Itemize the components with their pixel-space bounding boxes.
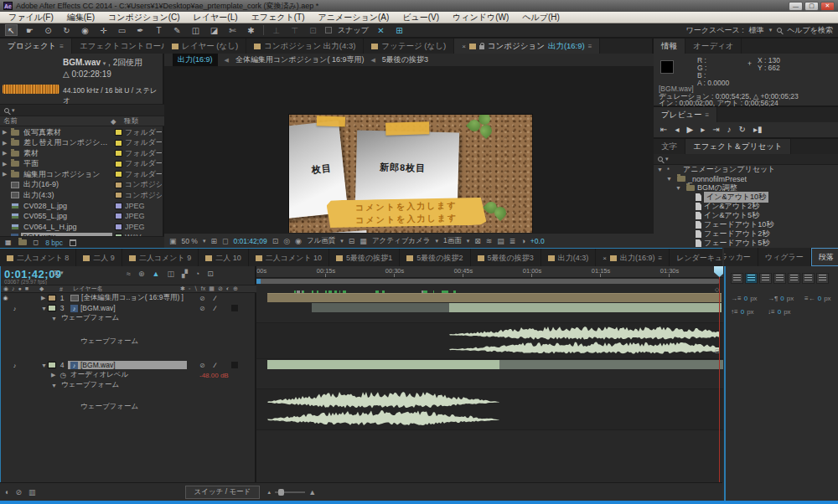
timeline-search[interactable]: ▾ bbox=[53, 270, 64, 276]
interpret-footage-icon[interactable]: ▦ bbox=[5, 239, 12, 246]
collapse-switch[interactable]: ⊘ bbox=[199, 362, 205, 369]
spacing-field[interactable]: ↑≡ 0 px bbox=[731, 308, 766, 316]
property-label[interactable]: オーディオレベル bbox=[70, 370, 128, 380]
layer-bar-bgm4-tail[interactable] bbox=[499, 360, 723, 369]
indent-value[interactable]: 0 bbox=[744, 295, 747, 302]
exposure-reset-icon[interactable]: ◑ bbox=[520, 237, 525, 245]
help-search-label[interactable]: ヘルプを検索 bbox=[787, 25, 833, 36]
expander-icon[interactable]: ▼ bbox=[666, 176, 672, 182]
expander-icon[interactable]: ▶ bbox=[3, 140, 8, 147]
timeline-view-icon[interactable]: ▲ bbox=[153, 270, 160, 278]
menu-item[interactable]: ウィンドウ(W) bbox=[453, 12, 509, 23]
zoom-handle[interactable] bbox=[278, 489, 284, 496]
mask-visibility-icon[interactable]: ◻ bbox=[222, 237, 228, 245]
spacing-field[interactable]: ↓≡ 0 px bbox=[768, 308, 803, 316]
zoom-in-mountain-icon[interactable]: ▲ bbox=[308, 488, 316, 496]
stopwatch-icon[interactable]: ◷ bbox=[59, 371, 65, 379]
align-button[interactable] bbox=[773, 273, 786, 284]
layer-bar-comp[interactable] bbox=[267, 293, 722, 302]
project-bit-depth[interactable]: 8 bpc bbox=[45, 239, 63, 247]
spacing-value[interactable]: 0 bbox=[741, 308, 744, 316]
transparency-grid-icon[interactable]: ▦ bbox=[360, 237, 367, 245]
region-of-interest-icon[interactable]: ▣ bbox=[169, 237, 177, 245]
label-color-chip[interactable] bbox=[115, 224, 122, 230]
indent-field[interactable]: ≡← 0 px bbox=[804, 295, 838, 302]
collapse-switch[interactable]: ⊘ bbox=[199, 305, 205, 312]
timeline-tab[interactable]: × 出力(16:9) ≡ bbox=[596, 249, 670, 266]
label-color-chip[interactable] bbox=[115, 171, 122, 177]
transport-button[interactable]: ⇥ bbox=[712, 125, 719, 134]
label-color-chip[interactable] bbox=[115, 129, 122, 136]
layer-color-chip[interactable] bbox=[48, 305, 56, 311]
align-button[interactable] bbox=[802, 273, 815, 284]
preset-tree-item[interactable]: ▼ _nonnofilmPreset bbox=[654, 174, 838, 183]
timeline-footer-icon[interactable]: ◖ bbox=[4, 488, 8, 496]
transport-button[interactable]: ⇤ bbox=[660, 125, 667, 134]
timeline-view-icon[interactable]: ⊛ bbox=[138, 270, 145, 278]
viewer-tab-active[interactable]: × コンポジション 出力(16:9) ≡ bbox=[454, 39, 600, 54]
switch-column-icon[interactable]: ◐ bbox=[226, 285, 230, 292]
work-area-bar[interactable] bbox=[256, 279, 720, 284]
project-search[interactable]: ▾ bbox=[0, 104, 164, 116]
expander-icon[interactable]: ▼ bbox=[38, 363, 48, 368]
minimize-button[interactable]: — bbox=[789, 2, 803, 11]
preset-tree-item[interactable]: ▼ ＊ アニメーションプリセット bbox=[654, 165, 838, 174]
property-label[interactable]: ウェーブフォーム bbox=[61, 313, 119, 323]
timeline-tab[interactable]: × 二人コメント 10 ≡ bbox=[249, 249, 329, 266]
type-column-header[interactable]: 種類 bbox=[124, 116, 161, 126]
viewer-timecode[interactable]: 0:01:42;09 bbox=[233, 237, 266, 245]
viewer-tab[interactable]: コンポジション 出力(4:3) bbox=[246, 39, 364, 54]
close-icon[interactable]: × bbox=[603, 255, 607, 262]
menu-item[interactable]: エフェクト(T) bbox=[251, 12, 305, 23]
chevron-down-icon[interactable]: ▾ bbox=[769, 27, 773, 33]
timeline-tab[interactable]: × レンダーキュー ≡ bbox=[670, 249, 722, 266]
indent-value[interactable]: 0 bbox=[818, 295, 821, 302]
menu-item[interactable]: ビュー(V) bbox=[402, 12, 439, 23]
layer-bar-bgm4[interactable] bbox=[267, 360, 499, 369]
effects-search[interactable]: ▾ bbox=[654, 154, 838, 165]
column-icon[interactable]: ◉ bbox=[3, 285, 8, 292]
project-item[interactable]: ▶ 素材 フォルダー bbox=[0, 148, 164, 159]
switch-column-icon[interactable]: ✱ bbox=[180, 285, 185, 292]
preset-tree-item[interactable]: フェードアウト5秒 bbox=[654, 239, 838, 248]
chevron-down-icon[interactable]: ▾ bbox=[467, 238, 470, 244]
expander-icon[interactable]: ▶ bbox=[3, 161, 8, 167]
menu-item[interactable]: レイヤー(L) bbox=[194, 12, 238, 23]
new-folder-icon[interactable] bbox=[18, 239, 27, 245]
collapse-switch[interactable]: ⊘ bbox=[199, 295, 205, 302]
new-composition-icon[interactable]: ◻ bbox=[34, 239, 39, 246]
expander-icon[interactable]: ▼ bbox=[51, 316, 57, 321]
viewer-tab[interactable]: フッテージ (なし) bbox=[364, 39, 454, 54]
switch-column-icon[interactable]: fx bbox=[201, 285, 205, 292]
timeline-tab[interactable]: × 二人コメント 8 ≡ bbox=[0, 249, 76, 266]
camera-icon[interactable]: ⊡ bbox=[715, 348, 720, 355]
switch-column-icon[interactable]: ⊕ bbox=[233, 285, 238, 292]
show-channels-icon[interactable]: ◉ bbox=[295, 237, 302, 245]
align-button[interactable] bbox=[788, 273, 800, 284]
indent-field[interactable]: →≡ 0 px bbox=[731, 295, 766, 302]
flow-comp[interactable]: 5最後の挨拶3 bbox=[382, 54, 428, 65]
audio-level-value[interactable]: -48.00 dB bbox=[199, 372, 229, 379]
audio-icon[interactable]: ♪ bbox=[10, 306, 19, 311]
exposure-value[interactable]: +0.0 bbox=[530, 237, 545, 245]
menu-item[interactable]: ファイル(F) bbox=[8, 12, 54, 23]
timeline-view-icon[interactable]: ◫ bbox=[167, 270, 174, 278]
camera-view-value[interactable]: アクティブカメラ bbox=[372, 236, 431, 246]
timeline-tab[interactable]: × 5最後の挨拶2 ≡ bbox=[400, 249, 470, 266]
expander-icon[interactable]: ▼ bbox=[51, 383, 57, 388]
expander-icon[interactable]: ▼ bbox=[38, 306, 48, 311]
align-button[interactable] bbox=[731, 273, 743, 284]
label-color-chip[interactable] bbox=[115, 161, 122, 167]
label-color-chip[interactable] bbox=[115, 213, 122, 219]
timeline-tab[interactable]: × 二人コメント 9 ≡ bbox=[122, 249, 199, 266]
axis-mode-icon[interactable]: ⊤ bbox=[288, 24, 301, 36]
roi-icon[interactable]: ⊟ bbox=[349, 237, 355, 245]
layer-name[interactable]: [BGM.wav] bbox=[80, 361, 116, 369]
snap-option-icon[interactable]: ⊞ bbox=[393, 24, 406, 36]
comp-marker-button[interactable]: ◇ bbox=[715, 286, 719, 293]
timeline-tab[interactable]: × 5最後の挨拶1 ≡ bbox=[329, 249, 400, 266]
project-item[interactable]: ▶ 仮写真素材 フォルダー bbox=[0, 127, 164, 138]
panel-tab[interactable]: 情報 bbox=[654, 39, 685, 54]
expander-icon[interactable]: ▶ bbox=[38, 295, 48, 301]
project-item[interactable]: CV055_L.jpg JPEG bbox=[0, 211, 164, 222]
